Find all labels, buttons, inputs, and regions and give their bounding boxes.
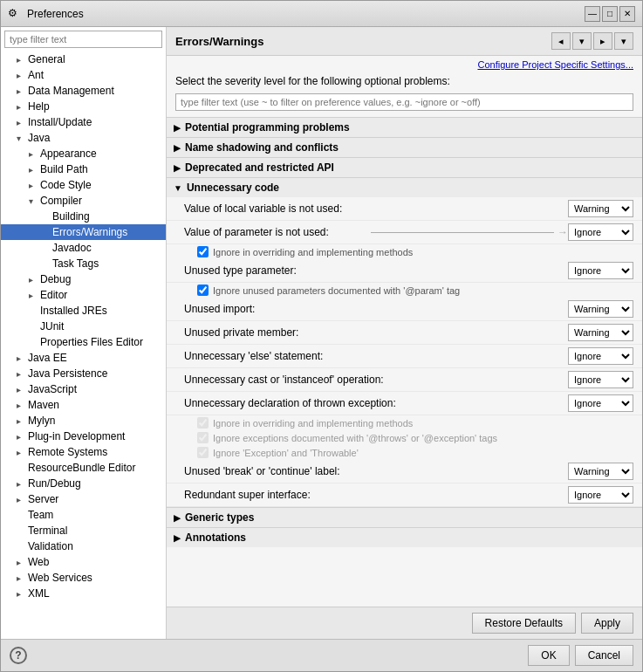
- sidebar-item-remote-systems[interactable]: Remote Systems: [1, 444, 166, 460]
- sidebar-item-help[interactable]: Help: [1, 99, 166, 114]
- sub-option-ignore-exception-throwable: Ignore 'Exception' and 'Throwable': [167, 445, 642, 460]
- sidebar-label-javadoc: Javadoc: [52, 242, 92, 254]
- section-header-generic-types[interactable]: ▶Generic types: [167, 507, 642, 527]
- settings-row-redundant-super-interface: Redundant super interface:IgnoreWarningE…: [167, 483, 642, 507]
- sidebar-item-java-ee[interactable]: Java EE: [1, 350, 166, 366]
- settings-select-unused-private-member[interactable]: IgnoreWarningError: [568, 324, 633, 341]
- sidebar-item-appearance[interactable]: Appearance: [1, 146, 166, 161]
- sidebar-item-plug-in-development[interactable]: Plug-in Development: [1, 429, 166, 444]
- sidebar-item-xml[interactable]: XML: [1, 586, 166, 601]
- sidebar-item-terminal[interactable]: Terminal: [1, 523, 166, 538]
- sidebar-item-server[interactable]: Server: [1, 491, 166, 507]
- sidebar-item-build-path[interactable]: Build Path: [1, 161, 166, 177]
- back-dropdown[interactable]: ▾: [572, 32, 592, 50]
- sidebar-item-run-debug[interactable]: Run/Debug: [1, 476, 166, 491]
- sidebar-label-java-persistence: Java Persistence: [28, 367, 107, 380]
- section-header-annotations[interactable]: ▶Annotations: [167, 527, 642, 547]
- settings-scroll-area[interactable]: ▶Potential programming problems▶Name sha…: [167, 113, 642, 607]
- sidebar-label-terminal: Terminal: [28, 525, 67, 537]
- sidebar-item-code-style[interactable]: Code Style: [1, 177, 166, 193]
- section-arrow-name-shadowing: ▶: [174, 143, 181, 153]
- row-label-redundant-super-interface: Redundant super interface:: [184, 489, 568, 501]
- maximize-button[interactable]: □: [602, 6, 618, 22]
- ok-button[interactable]: OK: [528, 645, 569, 666]
- sidebar-label-resourcebundle-editor: ResourceBundle Editor: [28, 462, 135, 474]
- sidebar-label-task-tags: Task Tags: [52, 257, 99, 270]
- settings-select-redundant-super-interface[interactable]: IgnoreWarningError: [568, 486, 633, 504]
- sidebar-label-properties-files-editor: Properties Files Editor: [40, 336, 143, 348]
- settings-select-unused-type-parameter[interactable]: IgnoreWarningError: [568, 262, 633, 279]
- sidebar-item-team[interactable]: Team: [1, 507, 166, 523]
- sidebar-tree: GeneralAntData ManagementHelpInstall/Upd…: [1, 51, 166, 639]
- settings-select-unnecessary-else[interactable]: IgnoreWarningError: [568, 347, 633, 365]
- checkbox-ignore-param-tag[interactable]: [197, 285, 209, 296]
- sidebar-label-appearance: Appearance: [40, 147, 97, 160]
- sidebar-item-properties-files-editor[interactable]: Properties Files Editor: [1, 334, 166, 350]
- sidebar-item-debug[interactable]: Debug: [1, 271, 166, 287]
- help-icon[interactable]: ?: [10, 647, 27, 664]
- back-button[interactable]: ◂: [551, 32, 571, 50]
- sidebar-item-javascript[interactable]: JavaScript: [1, 381, 166, 397]
- sidebar-item-java-persistence[interactable]: Java Persistence: [1, 366, 166, 381]
- sidebar-label-code-style: Code Style: [40, 179, 92, 191]
- settings-select-parameter-not-used[interactable]: IgnoreWarningError: [568, 223, 633, 241]
- section-arrow-unnecessary-code: ▼: [174, 183, 182, 193]
- sidebar-item-web[interactable]: Web: [1, 554, 166, 570]
- sidebar-label-general: General: [28, 53, 65, 65]
- settings-row-unnecessary-else: Unnecessary 'else' statement:IgnoreWarni…: [167, 345, 642, 368]
- settings-select-unnecessary-thrown[interactable]: IgnoreWarningError: [568, 394, 633, 412]
- arrow-icon-data-management: [17, 86, 25, 96]
- section-label-annotations: Annotations: [185, 531, 246, 544]
- sidebar-item-building[interactable]: Building: [1, 209, 166, 224]
- sub-option-label-ignore-overriding2: Ignore in overriding and implementing me…: [213, 418, 413, 429]
- checkbox-ignore-overriding[interactable]: [197, 246, 209, 257]
- settings-select-unnecessary-cast[interactable]: IgnoreWarningError: [568, 371, 633, 388]
- sidebar-item-installed-jres[interactable]: Installed JREs: [1, 303, 166, 319]
- settings-select-local-variable-not-used[interactable]: IgnoreWarningError: [568, 200, 633, 217]
- sidebar-item-resourcebundle-editor[interactable]: ResourceBundle Editor: [1, 460, 166, 476]
- sidebar-item-mylyn[interactable]: Mylyn: [1, 413, 166, 429]
- section-header-potential-programming[interactable]: ▶Potential programming problems: [167, 117, 642, 137]
- sidebar-item-junit[interactable]: JUnit: [1, 319, 166, 334]
- section-header-unnecessary-code[interactable]: ▼Unnecessary code: [167, 177, 642, 197]
- sidebar-item-java[interactable]: Java: [1, 130, 166, 146]
- minimize-button[interactable]: —: [585, 6, 600, 22]
- sidebar-filter-input[interactable]: [4, 31, 162, 48]
- arrow-icon-java-persistence: [17, 369, 25, 379]
- sidebar-label-help: Help: [28, 100, 50, 113]
- configure-project-link[interactable]: Configure Project Specific Settings...: [167, 56, 642, 72]
- row-label-unnecessary-cast: Unnecessary cast or 'instanceof' operati…: [184, 374, 568, 386]
- restore-defaults-button[interactable]: Restore Defaults: [472, 613, 576, 634]
- arrow-head-parameter-not-used: [557, 226, 568, 238]
- forward-button[interactable]: ▸: [593, 32, 612, 50]
- sidebar-item-validation[interactable]: Validation: [1, 538, 166, 554]
- apply-button[interactable]: Apply: [581, 613, 633, 634]
- sidebar-label-install-update: Install/Update: [28, 116, 92, 128]
- sidebar-label-validation: Validation: [28, 540, 73, 552]
- sidebar-item-data-management[interactable]: Data Management: [1, 83, 166, 99]
- sidebar-label-build-path: Build Path: [40, 163, 88, 175]
- close-button[interactable]: ✕: [619, 6, 635, 22]
- sub-option-ignore-throws-tag: Ignore exceptions documented with '@thro…: [167, 430, 642, 445]
- right-filter-input[interactable]: [175, 93, 633, 111]
- settings-select-unused-import[interactable]: IgnoreWarningError: [568, 300, 633, 318]
- sidebar-item-general[interactable]: General: [1, 51, 166, 67]
- sidebar-item-errors-warnings[interactable]: Errors/Warnings: [1, 224, 166, 240]
- sidebar-item-compiler[interactable]: Compiler: [1, 193, 166, 209]
- section-label-potential-programming: Potential programming problems: [185, 121, 350, 134]
- sidebar-item-web-services[interactable]: Web Services: [1, 570, 166, 586]
- arrow-icon-compiler: [29, 196, 38, 206]
- sidebar-item-javadoc[interactable]: Javadoc: [1, 240, 166, 256]
- preferences-window: ⚙ Preferences — □ ✕ GeneralAntData Manag…: [0, 0, 643, 672]
- sidebar-item-ant[interactable]: Ant: [1, 67, 166, 83]
- sidebar-item-task-tags[interactable]: Task Tags: [1, 256, 166, 271]
- settings-select-unused-break-continue[interactable]: IgnoreWarningError: [568, 463, 633, 480]
- sidebar-item-maven[interactable]: Maven: [1, 397, 166, 413]
- sidebar-item-install-update[interactable]: Install/Update: [1, 114, 166, 130]
- section-header-deprecated-restricted[interactable]: ▶Deprecated and restricted API: [167, 157, 642, 177]
- cancel-button[interactable]: Cancel: [575, 645, 633, 666]
- section-arrow-deprecated-restricted: ▶: [174, 163, 181, 173]
- section-header-name-shadowing[interactable]: ▶Name shadowing and conflicts: [167, 137, 642, 157]
- forward-dropdown[interactable]: ▾: [614, 32, 633, 50]
- sidebar-item-editor[interactable]: Editor: [1, 287, 166, 303]
